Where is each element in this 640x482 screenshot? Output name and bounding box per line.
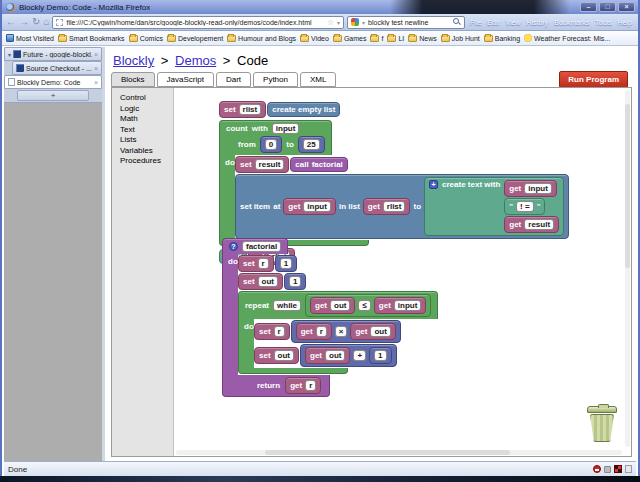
menu-history[interactable]: History (526, 19, 548, 26)
forward-icon[interactable]: → (19, 17, 29, 27)
block-number-1[interactable]: 1 (275, 255, 297, 272)
block-add[interactable]: get out + 1 (300, 344, 397, 367)
block-repeat-while[interactable]: repeat while get out (238, 291, 438, 374)
block-number-1[interactable]: 1 (284, 273, 306, 290)
repeat-mode-dropdown[interactable]: while (273, 300, 301, 311)
toolbox-category-math[interactable]: Math (120, 114, 173, 125)
toolbox-category-variables[interactable]: Variables (120, 146, 173, 157)
variable-field-input[interactable]: input (272, 123, 300, 134)
search-input[interactable]: blockly test newline (368, 19, 450, 26)
minimize-button[interactable]: – (580, 2, 597, 12)
url-bar[interactable]: file:///C:/Cygwin/home/dan/src/google-bl… (52, 16, 344, 29)
magnifier-icon[interactable] (453, 18, 461, 26)
mutator-question-icon[interactable]: ? (229, 242, 238, 251)
bookmark-video[interactable]: Video (300, 35, 329, 42)
bookmark-developement[interactable]: Developement (167, 35, 223, 42)
bookmark-job-hunt[interactable]: Job Hunt (441, 35, 480, 42)
menu-tools[interactable]: Tools (595, 19, 611, 26)
block-set-result[interactable]: set result (235, 156, 289, 173)
block-multiply[interactable]: get r × get (291, 320, 401, 343)
block-get-rlist[interactable]: get rlist (363, 198, 411, 215)
menu-bookmarks[interactable]: Bookmarks (554, 19, 589, 26)
toolbox-category-text[interactable]: Text (120, 125, 173, 136)
maximize-button[interactable]: □ (599, 2, 616, 12)
bookmark-weather-forecast[interactable]: Weather Forecast: Mis... (524, 34, 610, 42)
tab-javascript[interactable]: JavaScript (157, 72, 214, 87)
block-call-factorial[interactable]: call factorial (290, 157, 347, 172)
bookmark-smart-bookmarks[interactable]: Smart Bookmarks (58, 35, 125, 42)
new-tab-button[interactable]: + (17, 90, 89, 101)
toolbox-category-control[interactable]: Control (120, 93, 173, 104)
twisty-icon[interactable]: ▾ (8, 51, 11, 58)
block-number-25[interactable]: 25 (298, 136, 325, 153)
block-get-result[interactable]: get result (504, 216, 559, 233)
menu-view[interactable]: View (505, 19, 520, 26)
search-box[interactable]: ▾ blockly test newline (347, 16, 465, 29)
bookmark-news[interactable]: News (408, 35, 437, 42)
variable-field-result[interactable]: result (255, 159, 285, 170)
menu-edit[interactable]: Edit (487, 19, 499, 26)
menu-file[interactable]: File (470, 19, 481, 26)
mutator-plus-icon[interactable]: + (429, 180, 438, 189)
block-create-text-with[interactable]: + create text with get input (424, 177, 564, 236)
operator-dropdown[interactable]: ≤ (358, 300, 370, 311)
block-compare-le[interactable]: get out ≤ get input (305, 294, 431, 317)
toolbox-category-logic[interactable]: Logic (120, 104, 173, 115)
block-set-out[interactable]: set out (238, 273, 283, 290)
trash-can-icon[interactable] (587, 406, 617, 443)
bookmark-most-visited[interactable]: Most Visited (6, 34, 54, 42)
variable-field-rlist[interactable]: rlist (239, 104, 262, 115)
block-get-r[interactable]: get r (285, 377, 321, 394)
operator-dropdown[interactable]: + (353, 350, 366, 361)
block-create-empty-list[interactable]: create empty list (267, 102, 340, 117)
tab-close-icon[interactable]: × (94, 65, 98, 72)
block-get-input[interactable]: get input (283, 198, 336, 215)
reload-icon[interactable]: ↻ (32, 17, 40, 27)
toolbox-category-lists[interactable]: Lists (120, 135, 173, 146)
tab-blocks[interactable]: Blocks (111, 72, 155, 87)
block-set-r[interactable]: set r (254, 323, 290, 340)
block-text-literal[interactable]: " ! = " (504, 198, 545, 215)
bookmark-comics[interactable]: Comics (129, 35, 163, 42)
tab-dart[interactable]: Dart (216, 72, 251, 87)
block-get-out[interactable]: get out (350, 323, 395, 340)
extension-icon[interactable] (604, 466, 611, 473)
block-set-r[interactable]: set r (238, 255, 274, 272)
block-number-1[interactable]: 1 (369, 347, 391, 364)
block-get-input[interactable]: get input (374, 297, 427, 314)
tab-close-icon[interactable]: × (94, 51, 98, 58)
toolbox-category-procedures[interactable]: Procedures (120, 156, 173, 167)
operator-dropdown[interactable]: × (335, 326, 348, 337)
block-get-out[interactable]: get out (310, 297, 355, 314)
block-set-rlist[interactable]: set rlist (219, 101, 266, 118)
block-get-out[interactable]: get out (305, 347, 350, 364)
home-icon[interactable]: ⌂ (43, 17, 49, 27)
bookmark-li[interactable]: LI (387, 35, 404, 42)
bookmark-star-icon[interactable]: ☆ (327, 18, 334, 27)
block-count-loop[interactable]: count with input from 0 to 25 (219, 120, 569, 246)
sidebar-tab-source-checkout[interactable]: Source Checkout - ... × (12, 61, 102, 75)
checkered-extension-icon[interactable] (614, 465, 622, 473)
breadcrumb-blockly-link[interactable]: Blockly (113, 53, 154, 68)
sidebar-tab-future[interactable]: ▾ Future - google-blockl... × (4, 47, 102, 61)
menu-help[interactable]: Help (618, 19, 632, 26)
sidebar-tab-blockly-demo[interactable]: Blockly Demo: Code × (4, 75, 102, 89)
google-search-engine-icon[interactable] (351, 18, 359, 26)
run-program-button[interactable]: Run Program (559, 71, 628, 88)
tab-close-icon[interactable]: × (94, 79, 98, 86)
block-set-out[interactable]: set out (254, 347, 299, 364)
function-name-field[interactable]: factorial (242, 241, 281, 252)
breadcrumb-demos-link[interactable]: Demos (175, 53, 216, 68)
search-engine-dropdown-icon[interactable]: ▾ (362, 19, 365, 26)
bookmark-games[interactable]: Games (333, 35, 367, 42)
extension-icon[interactable] (625, 465, 632, 473)
text-field[interactable]: ! = (516, 201, 534, 212)
adblock-extension-icon[interactable] (593, 465, 601, 473)
bookmark-f[interactable]: f (370, 35, 383, 42)
back-icon[interactable]: ← (6, 17, 16, 27)
block-number-0[interactable]: 0 (260, 136, 282, 153)
bookmark-humour-and-blogs[interactable]: Humour and Blogs (227, 35, 296, 42)
title-bar[interactable]: Blockly Demo: Code - Mozilla Firefox – □… (2, 0, 638, 14)
bookmark-banking[interactable]: Banking (484, 35, 520, 42)
block-get-input[interactable]: get input (504, 180, 557, 197)
